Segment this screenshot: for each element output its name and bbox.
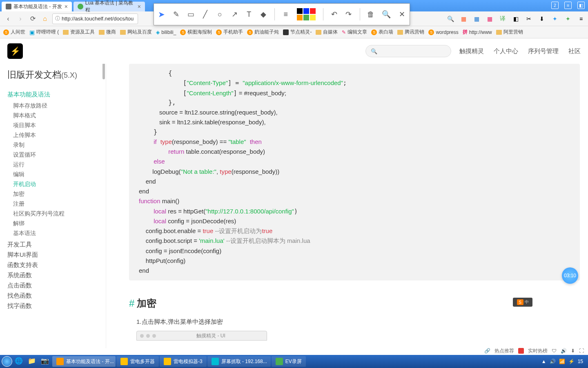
bookmark-item[interactable]: ▣哔哩哔哩 ( [29, 29, 59, 36]
hash-anchor[interactable]: # [129, 298, 134, 309]
tray-icon[interactable]: 📶 [559, 359, 565, 364]
list-icon[interactable]: ≡ [282, 9, 290, 19]
sidebar-item[interactable]: 社区购买序列号流程 [13, 209, 98, 219]
taskbar-item[interactable]: 雷电模拟器-3 [160, 356, 207, 367]
sidebar-item[interactable]: 脚本存放路径 [13, 101, 98, 111]
taskbar-item[interactable]: EV录屏 [272, 356, 306, 367]
browser-tab[interactable]: Lua 基本语法 | 菜鸟教程 × [74, 2, 145, 11]
sidebar-item[interactable]: 编辑 [13, 170, 98, 180]
home-button[interactable]: ⌂ [40, 14, 50, 24]
sidebar-item[interactable]: 运行 [13, 160, 98, 170]
search-icon[interactable]: 🔍 [447, 15, 454, 22]
bookmark-item[interactable]: 节点精灵- [283, 29, 312, 36]
redo-icon[interactable]: ↷ [345, 9, 352, 19]
link-icon[interactable]: 🔗 [484, 348, 490, 354]
ext-icon[interactable]: ▦ [486, 15, 493, 22]
sidebar-category[interactable]: 找色函数 [7, 292, 98, 300]
skin-icon[interactable]: ◧ [577, 2, 585, 9]
nav-link[interactable]: 社区 [568, 47, 581, 55]
sidebar-item[interactable]: 设置循环 [13, 150, 98, 160]
taskbar-item[interactable]: 雷电多开器 [116, 356, 159, 367]
ime-indicator[interactable]: S 中 [513, 298, 532, 307]
tray-icon[interactable]: 🔊 [550, 359, 556, 364]
arrow-icon[interactable]: ↗ [231, 9, 238, 19]
bookmark-item[interactable]: S表白墙 [371, 29, 393, 36]
tray-time[interactable]: 15 [578, 359, 583, 364]
shield-icon[interactable]: 🛡 [552, 348, 557, 354]
sidebar-item[interactable]: 基本语法 [13, 229, 98, 238]
circle-icon[interactable]: ○ [216, 9, 224, 19]
bookmark-item[interactable]: ✎编辑文章 [342, 29, 367, 36]
site-logo[interactable]: ⚡ [7, 43, 23, 59]
undo-icon[interactable]: ↶ [330, 9, 338, 19]
close-icon[interactable]: ✕ [398, 9, 405, 19]
pointer-icon[interactable]: ➤ [158, 9, 165, 19]
close-icon[interactable]: × [65, 3, 68, 10]
bookmark-item[interactable]: S横图海报制 [180, 29, 212, 36]
cut-icon[interactable]: ✂ [525, 15, 532, 22]
sidebar-item[interactable]: 上传脚本 [13, 130, 98, 140]
sidebar-category[interactable]: 开发工具 [7, 241, 98, 249]
sidebar-item[interactable]: 解绑 [13, 219, 98, 229]
sidebar-category[interactable]: 函数支持表 [7, 261, 98, 269]
reload-button[interactable]: ⟳ [28, 14, 38, 24]
url-input[interactable]: ⓘ http://ask.touchelf.net/docs/tou [52, 13, 138, 24]
search-icon[interactable]: 🔍 [382, 9, 391, 19]
nav-link[interactable]: 序列号管理 [528, 47, 559, 55]
menu-icon[interactable]: ≡ [564, 2, 572, 9]
bookmark-item[interactable]: S人间世 [3, 29, 25, 36]
download-icon[interactable]: ⬇ [571, 348, 575, 354]
puzzle-icon[interactable]: ✦ [564, 15, 572, 22]
search-input[interactable]: 🔍 [365, 45, 451, 57]
bookmark-item[interactable]: 微商 [99, 29, 116, 36]
tray-icon[interactable]: ⚡ [568, 359, 575, 364]
color-picker[interactable] [297, 8, 316, 20]
recording-timer-badge[interactable]: 03:10 [562, 267, 578, 284]
bookmark-item[interactable]: 自媒体 [316, 29, 338, 36]
menu-icon[interactable]: ≡ [577, 15, 585, 22]
bookmark-item[interactable]: 资源及工具 [63, 29, 95, 36]
nav-link[interactable]: 个人中心 [494, 47, 518, 55]
bookmark-item[interactable]: 拼http://www [463, 29, 492, 36]
text-icon[interactable]: T [245, 9, 253, 19]
download-icon[interactable]: ⬇ [538, 15, 546, 22]
back-button[interactable]: ‹ [3, 14, 13, 24]
sidebar-item[interactable]: 加密 [13, 189, 98, 199]
fullscreen-icon[interactable]: ⛶ [579, 348, 584, 354]
sidebar-category[interactable]: 找字函数 [7, 302, 98, 310]
bookmark-item[interactable]: Swordpress [428, 29, 458, 35]
taskbar-item[interactable]: 基本功能及语法 - 开... [52, 356, 116, 367]
volume-icon[interactable]: 🔊 [561, 348, 567, 354]
taskbar-item[interactable]: 屏幕抓取 - 192.168... [207, 356, 271, 367]
bookmark-item[interactable]: ◈bilibili_ [156, 29, 176, 35]
bookmark-item[interactable]: 网站及百度 [120, 29, 152, 36]
tab-count-badge[interactable]: 2 [551, 2, 559, 9]
hot-label[interactable]: 实时热榜 [528, 348, 548, 355]
sidebar-item[interactable]: 录制 [13, 140, 98, 150]
ext-icon[interactable]: ▦ [460, 15, 467, 22]
bookmark-item[interactable]: 腾讯营销 [397, 29, 424, 36]
bookmark-item[interactable]: 阿里营销 [496, 29, 523, 36]
ext-icon[interactable]: ▦ [473, 15, 480, 22]
tray-icon[interactable]: ▲ [541, 359, 546, 364]
delete-icon[interactable]: 🗑 [367, 9, 374, 19]
translate-icon[interactable]: 译 [499, 15, 506, 22]
line-icon[interactable]: ╱ [202, 9, 209, 19]
quick-launch-icon[interactable]: 📷 [41, 357, 50, 366]
sidebar-category[interactable]: 点击函数 [7, 282, 98, 289]
sidebar-category[interactable]: 系统函数 [7, 272, 98, 279]
forward-button[interactable]: › [16, 14, 25, 24]
rect-icon[interactable]: ▭ [187, 9, 194, 19]
sidebar-item[interactable]: 脚本格式 [13, 111, 98, 121]
pen-icon[interactable]: ✎ [173, 9, 180, 19]
start-button[interactable] [2, 356, 12, 367]
nav-link[interactable]: 触摸精灵 [459, 47, 484, 55]
sidebar-item[interactable]: 注册 [13, 199, 98, 209]
sidebar-item[interactable]: 项目脚本 [13, 121, 98, 130]
browser-tab-active[interactable]: 基本功能及语法 - 开发 × [2, 2, 72, 11]
sidebar-category[interactable]: 脚本UI界面 [7, 251, 98, 259]
bookmark-item[interactable]: S奶油能子炖 [247, 29, 279, 36]
sidebar-category[interactable]: 基本功能及语法 [7, 91, 98, 99]
quick-launch-icon[interactable]: 🌐 [15, 357, 24, 366]
quick-launch-icon[interactable]: 📁 [28, 357, 37, 366]
